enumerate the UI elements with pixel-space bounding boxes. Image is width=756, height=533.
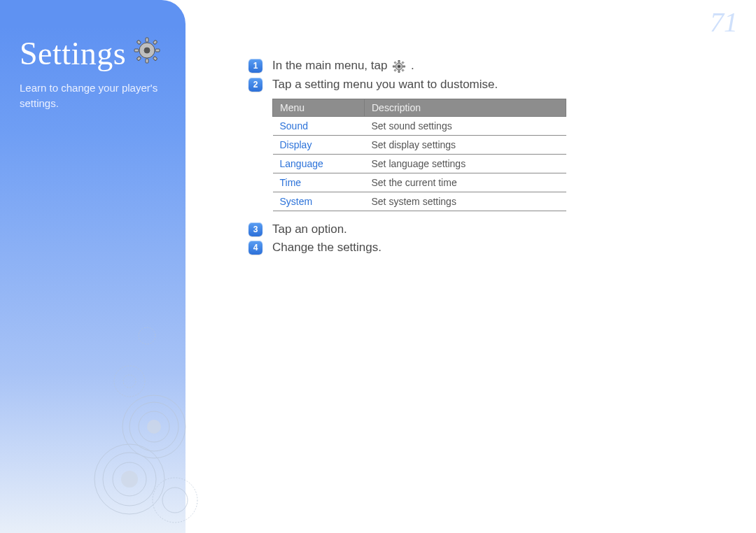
menu-cell: Sound xyxy=(273,116,365,135)
page-number: 71 xyxy=(710,6,738,38)
desc-cell: Set language settings xyxy=(365,154,566,173)
svg-rect-3 xyxy=(146,59,148,63)
step-badge-2: 2 xyxy=(248,78,262,92)
svg-point-1 xyxy=(144,48,150,53)
svg-rect-5 xyxy=(155,49,160,52)
svg-rect-7 xyxy=(153,40,158,44)
table-row: Display Set display settings xyxy=(273,135,566,154)
step-badge-1: 1 xyxy=(248,59,262,73)
step-1: 1 In the main menu, tap xyxy=(248,59,640,73)
desc-cell: Set display settings xyxy=(365,135,566,154)
step-1-post: . xyxy=(411,59,414,72)
svg-rect-4 xyxy=(134,49,139,52)
svg-rect-18 xyxy=(394,69,396,71)
svg-rect-19 xyxy=(402,69,404,71)
svg-rect-13 xyxy=(398,71,400,73)
table-row: System Set system settings xyxy=(273,192,566,211)
menu-cell: Display xyxy=(273,135,365,154)
settings-table: Menu Description Sound Set sound setting… xyxy=(272,99,566,211)
table-header-row: Menu Description xyxy=(273,99,566,116)
step-badge-3: 3 xyxy=(248,222,262,236)
step-4-text: Change the settings. xyxy=(272,241,382,255)
step-2: 2 Tap a setting menu you want to dustomi… xyxy=(248,78,640,92)
step-3-text: Tap an option. xyxy=(272,222,347,236)
svg-point-11 xyxy=(398,65,400,68)
svg-rect-9 xyxy=(153,56,158,60)
svg-rect-16 xyxy=(394,62,396,64)
svg-rect-12 xyxy=(398,60,400,62)
desc-cell: Set system settings xyxy=(365,192,566,211)
svg-rect-15 xyxy=(403,66,405,67)
svg-rect-8 xyxy=(136,56,141,60)
table-row: Language Set language settings xyxy=(273,154,566,173)
menu-cell: Time xyxy=(273,173,365,192)
svg-rect-17 xyxy=(402,62,404,64)
svg-rect-14 xyxy=(393,66,396,67)
step-1-pre: In the main menu, tap xyxy=(272,59,391,72)
desc-cell: Set sound settings xyxy=(365,116,566,135)
svg-rect-2 xyxy=(146,38,148,42)
col-menu: Menu xyxy=(273,99,365,116)
step-1-text: In the main menu, tap . xyxy=(272,59,414,73)
col-description: Description xyxy=(365,99,566,116)
gear-icon xyxy=(392,59,406,73)
sidebar: Settings xyxy=(0,0,186,533)
gear-icon xyxy=(133,35,161,72)
table-row: Sound Set sound settings xyxy=(273,116,566,135)
menu-cell: Language xyxy=(273,154,365,173)
step-4: 4 Change the settings. xyxy=(248,241,640,255)
main-content: 1 In the main menu, tap xyxy=(248,55,640,259)
page-title: Settings xyxy=(20,35,169,72)
step-2-text: Tap a setting menu you want to dustomise… xyxy=(272,78,498,92)
desc-cell: Set the current time xyxy=(365,173,566,192)
page-subtitle: Learn to change your player's settings. xyxy=(20,80,169,111)
table-row: Time Set the current time xyxy=(273,173,566,192)
svg-rect-6 xyxy=(136,40,141,44)
menu-cell: System xyxy=(273,192,365,211)
step-3: 3 Tap an option. xyxy=(248,222,640,236)
step-badge-4: 4 xyxy=(248,241,262,255)
title-text: Settings xyxy=(20,35,126,72)
